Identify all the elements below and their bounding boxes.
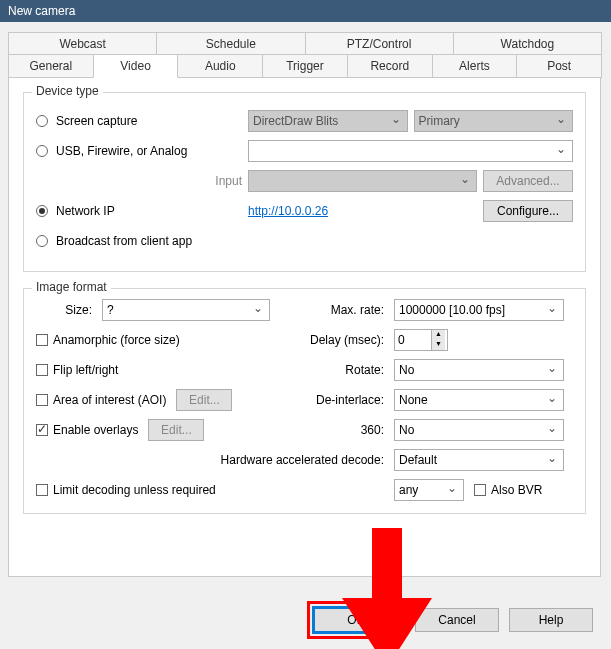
tab-alerts[interactable]: Alerts [432,54,518,78]
window: New camera Webcast Schedule PTZ/Control … [0,0,611,649]
tab-body: Device type Screen capture DirectDraw Bl… [8,77,601,577]
image-format-group: Image format Size: ? Max. rate: 1000000 … [23,288,586,514]
limit-decoding-checkbox[interactable] [36,484,48,496]
radio-usb[interactable] [36,145,48,157]
delay-label: Delay (msec): [276,333,388,347]
usb-device-dropdown[interactable] [248,140,573,162]
delay-input[interactable] [395,330,431,350]
360-label: 360: [276,423,388,437]
rotate-label: Rotate: [276,363,388,377]
tab-video[interactable]: Video [93,54,179,78]
radio-screen-capture[interactable] [36,115,48,127]
overlays-edit-button[interactable]: Edit... [148,419,204,441]
help-button[interactable]: Help [509,608,593,632]
device-type-title: Device type [32,84,103,98]
svg-marker-0 [342,528,432,649]
advanced-button[interactable]: Advanced... [483,170,573,192]
tab-strip: Webcast Schedule PTZ/Control Watchdog Ge… [8,32,601,78]
tab-schedule[interactable]: Schedule [156,32,305,56]
screen-capture-label: Screen capture [56,114,137,128]
overlays-checkbox[interactable] [36,424,48,436]
hw-decode-label: Hardware accelerated decode: [36,453,388,467]
aoi-edit-button[interactable]: Edit... [176,389,232,411]
flip-checkbox[interactable] [36,364,48,376]
usb-label: USB, Firewire, or Analog [56,144,187,158]
image-format-title: Image format [32,280,111,294]
max-rate-label: Max. rate: [276,303,388,317]
flip-label: Flip left/right [53,363,118,377]
radio-broadcast[interactable] [36,235,48,247]
delay-spinner[interactable]: ▲ ▼ [394,329,448,351]
title-bar: New camera [0,0,611,22]
also-bvr-label: Also BVR [491,483,542,497]
tab-post[interactable]: Post [516,54,602,78]
deinterlace-dropdown[interactable]: None [394,389,564,411]
also-bvr-checkbox[interactable] [474,484,486,496]
delay-up-button[interactable]: ▲ [432,330,445,340]
any-dropdown[interactable]: any [394,479,464,501]
ip-link[interactable]: http://10.0.0.26 [248,204,328,218]
tab-watchdog[interactable]: Watchdog [453,32,602,56]
configure-button[interactable]: Configure... [483,200,573,222]
size-label: Size: [36,303,96,317]
hw-decode-dropdown[interactable]: Default [394,449,564,471]
device-type-group: Device type Screen capture DirectDraw Bl… [23,92,586,272]
broadcast-label: Broadcast from client app [56,234,192,248]
client-area: Webcast Schedule PTZ/Control Watchdog Ge… [0,22,611,649]
max-rate-dropdown[interactable]: 1000000 [10.00 fps] [394,299,564,321]
tab-record[interactable]: Record [347,54,433,78]
aoi-checkbox[interactable] [36,394,48,406]
radio-network-ip[interactable] [36,205,48,217]
tab-audio[interactable]: Audio [177,54,263,78]
tab-general[interactable]: General [8,54,94,78]
input-label: Input [36,174,248,188]
anamorphic-label: Anamorphic (force size) [53,333,180,347]
size-dropdown[interactable]: ? [102,299,270,321]
tab-ptz-control[interactable]: PTZ/Control [305,32,454,56]
screen-capture-mode-dropdown[interactable]: DirectDraw Blits [248,110,408,132]
screen-capture-monitor-dropdown[interactable]: Primary [414,110,574,132]
deinterlace-label: De-interlace: [276,393,388,407]
anamorphic-checkbox[interactable] [36,334,48,346]
network-ip-label: Network IP [56,204,115,218]
tab-trigger[interactable]: Trigger [262,54,348,78]
delay-down-button[interactable]: ▼ [432,340,445,350]
tab-webcast[interactable]: Webcast [8,32,157,56]
rotate-dropdown[interactable]: No [394,359,564,381]
aoi-label: Area of interest (AOI) [53,393,166,407]
window-title: New camera [8,4,75,18]
attention-arrow-icon [342,528,432,649]
limit-decoding-label: Limit decoding unless required [53,483,216,497]
overlays-label: Enable overlays [53,423,138,437]
360-dropdown[interactable]: No [394,419,564,441]
input-dropdown[interactable] [248,170,477,192]
